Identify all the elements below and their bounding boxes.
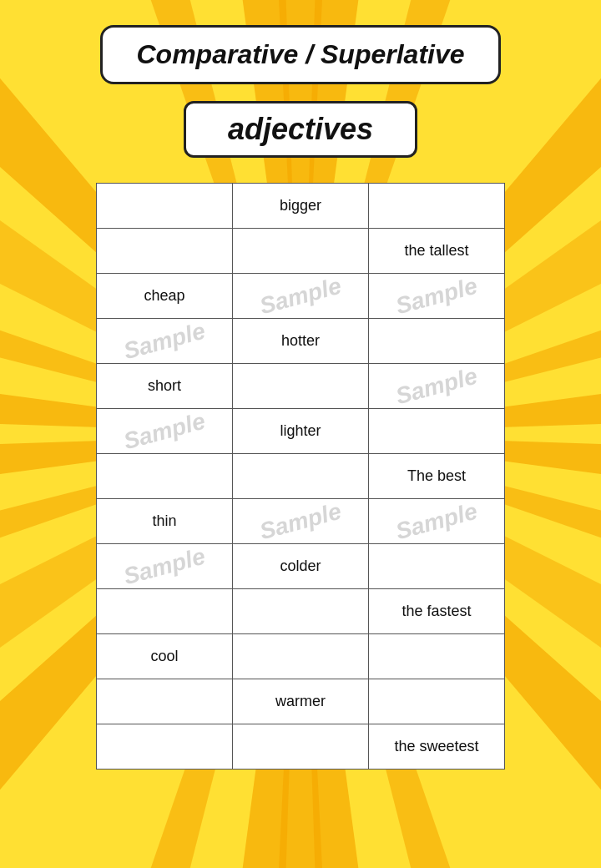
table-cell-5-2 (369, 409, 505, 454)
table-cell-4-2: Sample (369, 364, 505, 409)
table-cell-8-1: colder (233, 544, 369, 589)
table-cell-3-2 (369, 319, 505, 364)
subtitle: adjectives (228, 112, 373, 147)
table-cell-4-0: short (97, 364, 233, 409)
cell-text-5-1: lighter (280, 422, 321, 439)
table-row: The best (97, 454, 505, 499)
main-content: Comparative / Superlative adjectives big… (0, 0, 601, 786)
table-cell-11-2 (369, 679, 505, 724)
table-cell-4-1 (233, 364, 369, 409)
main-title-box: Comparative / Superlative (100, 25, 500, 84)
table-cell-6-2: The best (369, 454, 505, 499)
table-cell-12-1 (233, 724, 369, 770)
table-cell-9-1 (233, 589, 369, 634)
table-row: Samplehotter (97, 319, 505, 364)
sample-watermark: Sample (257, 497, 344, 545)
table-cell-9-2: the fastest (369, 589, 505, 634)
table-cell-0-1: bigger (233, 184, 369, 229)
table-cell-10-2 (369, 634, 505, 679)
table-cell-1-0 (97, 229, 233, 274)
cell-text-10-0: cool (150, 648, 178, 664)
sample-watermark: Sample (121, 407, 208, 455)
table-cell-11-0 (97, 679, 233, 724)
table-cell-3-1: hotter (233, 319, 369, 364)
table-cell-5-1: lighter (233, 409, 369, 454)
table-cell-2-0: cheap (97, 274, 233, 319)
table-row: warmer (97, 679, 505, 724)
main-title: Comparative / Superlative (136, 39, 464, 70)
table-cell-0-2 (369, 184, 505, 229)
table-row: thinSampleSample (97, 499, 505, 544)
cell-text-11-1: warmer (275, 693, 326, 709)
cell-text-3-1: hotter (281, 332, 320, 349)
sample-watermark: Sample (393, 362, 480, 410)
table-cell-10-1 (233, 634, 369, 679)
table-cell-9-0 (97, 589, 233, 634)
table-row: Samplecolder (97, 544, 505, 589)
table-row: bigger (97, 184, 505, 229)
cell-text-12-2: the sweetest (394, 738, 478, 754)
subtitle-box: adjectives (184, 101, 417, 158)
table-cell-2-2: Sample (369, 274, 505, 319)
table-cell-1-1 (233, 229, 369, 274)
table-cell-5-0: Sample (97, 409, 233, 454)
sample-watermark: Sample (393, 497, 480, 545)
table-row: the sweetest (97, 724, 505, 770)
table-cell-12-0 (97, 724, 233, 770)
table-row: cheapSampleSample (97, 274, 505, 319)
table-cell-3-0: Sample (97, 319, 233, 364)
cell-text-7-0: thin (152, 512, 176, 529)
cell-text-2-0: cheap (144, 287, 184, 304)
cell-text-0-1: bigger (280, 197, 321, 214)
adjectives-table: biggerthe tallestcheapSampleSampleSample… (96, 183, 505, 770)
cell-text-9-2: the fastest (402, 603, 471, 619)
cell-text-4-0: short (148, 377, 181, 394)
table-row: the tallest (97, 229, 505, 274)
table-cell-11-1: warmer (233, 679, 369, 724)
table-cell-7-0: thin (97, 499, 233, 544)
table-cell-1-2: the tallest (369, 229, 505, 274)
sample-watermark: Sample (121, 542, 208, 590)
cell-text-8-1: colder (280, 558, 321, 574)
table-cell-7-1: Sample (233, 499, 369, 544)
sample-watermark: Sample (393, 272, 480, 320)
cell-text-6-2: The best (407, 467, 466, 484)
cell-text-1-2: the tallest (404, 242, 468, 259)
table-cell-2-1: Sample (233, 274, 369, 319)
table-cell-7-2: Sample (369, 499, 505, 544)
table-cell-0-0 (97, 184, 233, 229)
table-row: the fastest (97, 589, 505, 634)
table-cell-6-1 (233, 454, 369, 499)
table-cell-6-0 (97, 454, 233, 499)
sample-watermark: Sample (121, 317, 208, 365)
sample-watermark: Sample (257, 272, 344, 320)
table-cell-10-0: cool (97, 634, 233, 679)
table-row: Samplelighter (97, 409, 505, 454)
table-row: cool (97, 634, 505, 679)
table-cell-12-2: the sweetest (369, 724, 505, 770)
table-cell-8-2 (369, 544, 505, 589)
table-row: shortSample (97, 364, 505, 409)
table-cell-8-0: Sample (97, 544, 233, 589)
